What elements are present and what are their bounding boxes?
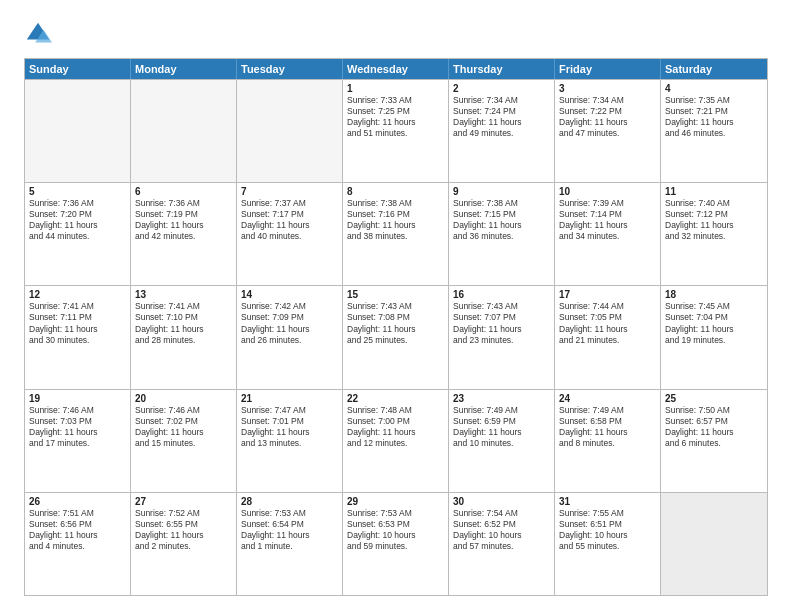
day-number: 8 — [347, 186, 444, 197]
day-number: 2 — [453, 83, 550, 94]
cal-cell: 15Sunrise: 7:43 AMSunset: 7:08 PMDayligh… — [343, 286, 449, 388]
logo — [24, 20, 56, 48]
cal-header-cell: Thursday — [449, 59, 555, 79]
cal-cell: 29Sunrise: 7:53 AMSunset: 6:53 PMDayligh… — [343, 493, 449, 595]
cal-header-cell: Saturday — [661, 59, 767, 79]
day-number: 7 — [241, 186, 338, 197]
day-number: 20 — [135, 393, 232, 404]
cell-content: Sunrise: 7:49 AMSunset: 6:58 PMDaylight:… — [559, 405, 656, 449]
cell-content: Sunrise: 7:41 AMSunset: 7:10 PMDaylight:… — [135, 301, 232, 345]
cell-content: Sunrise: 7:55 AMSunset: 6:51 PMDaylight:… — [559, 508, 656, 552]
cell-content: Sunrise: 7:46 AMSunset: 7:02 PMDaylight:… — [135, 405, 232, 449]
cell-content: Sunrise: 7:34 AMSunset: 7:24 PMDaylight:… — [453, 95, 550, 139]
cal-cell: 2Sunrise: 7:34 AMSunset: 7:24 PMDaylight… — [449, 80, 555, 182]
cell-content: Sunrise: 7:35 AMSunset: 7:21 PMDaylight:… — [665, 95, 763, 139]
cal-cell: 7Sunrise: 7:37 AMSunset: 7:17 PMDaylight… — [237, 183, 343, 285]
cal-cell: 12Sunrise: 7:41 AMSunset: 7:11 PMDayligh… — [25, 286, 131, 388]
cell-content: Sunrise: 7:53 AMSunset: 6:54 PMDaylight:… — [241, 508, 338, 552]
cal-row: 19Sunrise: 7:46 AMSunset: 7:03 PMDayligh… — [25, 389, 767, 492]
day-number: 12 — [29, 289, 126, 300]
cell-content: Sunrise: 7:37 AMSunset: 7:17 PMDaylight:… — [241, 198, 338, 242]
day-number: 17 — [559, 289, 656, 300]
cell-content: Sunrise: 7:48 AMSunset: 7:00 PMDaylight:… — [347, 405, 444, 449]
day-number: 1 — [347, 83, 444, 94]
cell-content: Sunrise: 7:36 AMSunset: 7:19 PMDaylight:… — [135, 198, 232, 242]
cal-row: 26Sunrise: 7:51 AMSunset: 6:56 PMDayligh… — [25, 492, 767, 595]
day-number: 30 — [453, 496, 550, 507]
day-number: 25 — [665, 393, 763, 404]
page: SundayMondayTuesdayWednesdayThursdayFrid… — [0, 0, 792, 612]
cell-content: Sunrise: 7:38 AMSunset: 7:15 PMDaylight:… — [453, 198, 550, 242]
logo-icon — [24, 20, 52, 48]
cell-content: Sunrise: 7:40 AMSunset: 7:12 PMDaylight:… — [665, 198, 763, 242]
cal-cell — [237, 80, 343, 182]
day-number: 5 — [29, 186, 126, 197]
day-number: 6 — [135, 186, 232, 197]
cal-cell: 1Sunrise: 7:33 AMSunset: 7:25 PMDaylight… — [343, 80, 449, 182]
cal-cell: 26Sunrise: 7:51 AMSunset: 6:56 PMDayligh… — [25, 493, 131, 595]
cal-row: 5Sunrise: 7:36 AMSunset: 7:20 PMDaylight… — [25, 182, 767, 285]
cell-content: Sunrise: 7:49 AMSunset: 6:59 PMDaylight:… — [453, 405, 550, 449]
cal-cell: 3Sunrise: 7:34 AMSunset: 7:22 PMDaylight… — [555, 80, 661, 182]
cal-cell: 9Sunrise: 7:38 AMSunset: 7:15 PMDaylight… — [449, 183, 555, 285]
cell-content: Sunrise: 7:44 AMSunset: 7:05 PMDaylight:… — [559, 301, 656, 345]
cal-cell: 28Sunrise: 7:53 AMSunset: 6:54 PMDayligh… — [237, 493, 343, 595]
cell-content: Sunrise: 7:51 AMSunset: 6:56 PMDaylight:… — [29, 508, 126, 552]
cell-content: Sunrise: 7:33 AMSunset: 7:25 PMDaylight:… — [347, 95, 444, 139]
cal-header-cell: Wednesday — [343, 59, 449, 79]
cal-cell: 20Sunrise: 7:46 AMSunset: 7:02 PMDayligh… — [131, 390, 237, 492]
cal-cell: 31Sunrise: 7:55 AMSunset: 6:51 PMDayligh… — [555, 493, 661, 595]
cell-content: Sunrise: 7:42 AMSunset: 7:09 PMDaylight:… — [241, 301, 338, 345]
cal-cell — [25, 80, 131, 182]
cal-cell: 25Sunrise: 7:50 AMSunset: 6:57 PMDayligh… — [661, 390, 767, 492]
cell-content: Sunrise: 7:43 AMSunset: 7:07 PMDaylight:… — [453, 301, 550, 345]
day-number: 31 — [559, 496, 656, 507]
cal-cell — [131, 80, 237, 182]
cell-content: Sunrise: 7:46 AMSunset: 7:03 PMDaylight:… — [29, 405, 126, 449]
header — [24, 20, 768, 48]
cell-content: Sunrise: 7:54 AMSunset: 6:52 PMDaylight:… — [453, 508, 550, 552]
cell-content: Sunrise: 7:34 AMSunset: 7:22 PMDaylight:… — [559, 95, 656, 139]
day-number: 14 — [241, 289, 338, 300]
day-number: 9 — [453, 186, 550, 197]
day-number: 19 — [29, 393, 126, 404]
day-number: 11 — [665, 186, 763, 197]
cal-cell: 11Sunrise: 7:40 AMSunset: 7:12 PMDayligh… — [661, 183, 767, 285]
cal-row: 12Sunrise: 7:41 AMSunset: 7:11 PMDayligh… — [25, 285, 767, 388]
cal-cell: 4Sunrise: 7:35 AMSunset: 7:21 PMDaylight… — [661, 80, 767, 182]
day-number: 13 — [135, 289, 232, 300]
cal-header-cell: Tuesday — [237, 59, 343, 79]
cal-cell: 24Sunrise: 7:49 AMSunset: 6:58 PMDayligh… — [555, 390, 661, 492]
cal-cell — [661, 493, 767, 595]
cal-header-cell: Sunday — [25, 59, 131, 79]
day-number: 24 — [559, 393, 656, 404]
cal-cell: 16Sunrise: 7:43 AMSunset: 7:07 PMDayligh… — [449, 286, 555, 388]
cal-header-cell: Monday — [131, 59, 237, 79]
day-number: 22 — [347, 393, 444, 404]
cal-row: 1Sunrise: 7:33 AMSunset: 7:25 PMDaylight… — [25, 79, 767, 182]
cell-content: Sunrise: 7:38 AMSunset: 7:16 PMDaylight:… — [347, 198, 444, 242]
day-number: 18 — [665, 289, 763, 300]
cell-content: Sunrise: 7:45 AMSunset: 7:04 PMDaylight:… — [665, 301, 763, 345]
day-number: 23 — [453, 393, 550, 404]
cell-content: Sunrise: 7:36 AMSunset: 7:20 PMDaylight:… — [29, 198, 126, 242]
day-number: 3 — [559, 83, 656, 94]
cell-content: Sunrise: 7:53 AMSunset: 6:53 PMDaylight:… — [347, 508, 444, 552]
calendar-body: 1Sunrise: 7:33 AMSunset: 7:25 PMDaylight… — [25, 79, 767, 595]
cal-cell: 30Sunrise: 7:54 AMSunset: 6:52 PMDayligh… — [449, 493, 555, 595]
day-number: 15 — [347, 289, 444, 300]
cal-cell: 22Sunrise: 7:48 AMSunset: 7:00 PMDayligh… — [343, 390, 449, 492]
day-number: 4 — [665, 83, 763, 94]
day-number: 10 — [559, 186, 656, 197]
cell-content: Sunrise: 7:43 AMSunset: 7:08 PMDaylight:… — [347, 301, 444, 345]
day-number: 27 — [135, 496, 232, 507]
cell-content: Sunrise: 7:52 AMSunset: 6:55 PMDaylight:… — [135, 508, 232, 552]
cal-cell: 19Sunrise: 7:46 AMSunset: 7:03 PMDayligh… — [25, 390, 131, 492]
cal-cell: 23Sunrise: 7:49 AMSunset: 6:59 PMDayligh… — [449, 390, 555, 492]
cal-cell: 21Sunrise: 7:47 AMSunset: 7:01 PMDayligh… — [237, 390, 343, 492]
cal-cell: 13Sunrise: 7:41 AMSunset: 7:10 PMDayligh… — [131, 286, 237, 388]
day-number: 16 — [453, 289, 550, 300]
cal-cell: 8Sunrise: 7:38 AMSunset: 7:16 PMDaylight… — [343, 183, 449, 285]
cal-cell: 18Sunrise: 7:45 AMSunset: 7:04 PMDayligh… — [661, 286, 767, 388]
cell-content: Sunrise: 7:50 AMSunset: 6:57 PMDaylight:… — [665, 405, 763, 449]
